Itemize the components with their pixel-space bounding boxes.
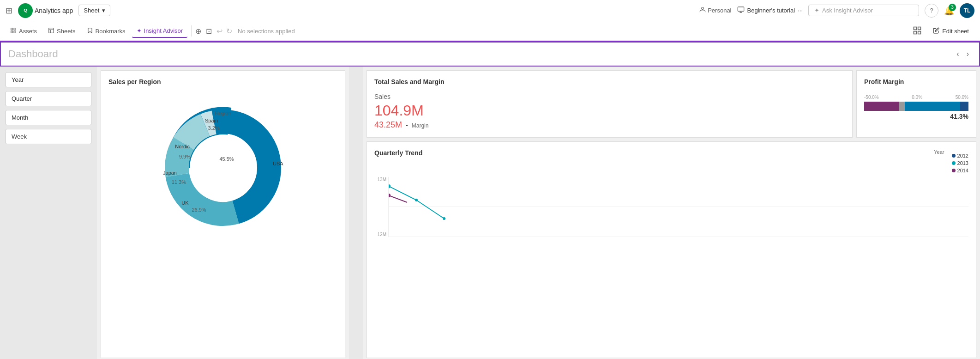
filter-quarter-label: Quarter bbox=[12, 95, 32, 102]
assets-button[interactable]: Assets bbox=[6, 24, 42, 38]
filter-year-label: Year bbox=[12, 76, 24, 83]
question-icon: ? bbox=[930, 7, 933, 14]
legend-dot-2014 bbox=[952, 169, 956, 172]
charts-area: Sales per Region bbox=[97, 67, 980, 359]
filter-month-label: Month bbox=[12, 114, 28, 121]
fit-icon[interactable]: ⊡ bbox=[206, 27, 212, 36]
qlik-logo: Q Analytics app bbox=[18, 3, 73, 18]
edit-icon bbox=[933, 27, 939, 35]
left-panel: Year Quarter Month Week bbox=[0, 67, 97, 359]
qt-title: Quarterly Trend bbox=[374, 149, 422, 170]
svg-rect-9 bbox=[914, 27, 917, 30]
app-name: Analytics app bbox=[35, 7, 73, 14]
toolbar-separator bbox=[191, 25, 192, 37]
qt-legend: 2012 2013 2014 bbox=[952, 153, 968, 173]
help-button[interactable]: ? bbox=[925, 4, 938, 18]
toolbar: Assets Sheets Bookmarks ✦ Insight Adviso… bbox=[0, 21, 980, 42]
y-top: 13M bbox=[374, 177, 386, 182]
zoom-icon[interactable]: ⊕ bbox=[195, 27, 201, 36]
tutorial-button[interactable]: Beginner's tutorial ··· bbox=[737, 6, 803, 15]
insight-advisor-button[interactable]: ✦ Insight Advisor bbox=[132, 24, 188, 38]
pm-percent: 41.3% bbox=[864, 113, 968, 120]
user-mode: Personal bbox=[699, 6, 731, 14]
pm-bar-small bbox=[960, 102, 968, 111]
grid-icon[interactable]: ⊞ bbox=[6, 6, 12, 16]
filter-year[interactable]: Year bbox=[6, 72, 91, 87]
insight-icon: ✦ bbox=[137, 27, 142, 34]
year-label: Year bbox=[934, 149, 944, 155]
total-sales-panel: Total Sales and Margin Sales 104.9M 43.2… bbox=[367, 70, 853, 138]
donut-chart: USA UK Japan Nordic Spain 45.5% 26.9% 11… bbox=[108, 89, 337, 246]
sheets-label: Sheets bbox=[57, 28, 75, 35]
edit-sheet-button[interactable]: Edit sheet bbox=[927, 24, 974, 38]
avatar[interactable]: TL bbox=[960, 3, 974, 18]
quarterly-trend-panel: Quarterly Trend Year 2012 2013 bbox=[367, 141, 976, 358]
bookmarks-label: Bookmarks bbox=[96, 28, 126, 35]
sheets-button[interactable]: Sheets bbox=[43, 24, 80, 38]
legend-2012: 2012 bbox=[952, 153, 968, 158]
margin-dash: - bbox=[406, 122, 408, 129]
more-dots[interactable]: ··· bbox=[798, 7, 803, 14]
sales-label: Sales bbox=[374, 93, 845, 100]
dashboard-header: Dashboard ‹ › bbox=[0, 42, 980, 67]
chart-separator bbox=[349, 67, 363, 359]
bookmarks-button[interactable]: Bookmarks bbox=[82, 24, 130, 38]
nav-next[interactable]: › bbox=[964, 49, 972, 59]
pm-bar-neutral bbox=[899, 102, 905, 111]
svg-rect-3 bbox=[738, 7, 744, 11]
pm-scale-left: -50.0% bbox=[864, 95, 879, 100]
svg-point-32 bbox=[415, 199, 418, 201]
sales-region-title: Sales per Region bbox=[108, 78, 337, 85]
pm-bar bbox=[864, 102, 968, 111]
sheet-selector[interactable]: Sheet ▾ bbox=[78, 5, 110, 16]
legend-label-2014: 2014 bbox=[957, 168, 968, 173]
insight-advisor-label: Insight Advisor bbox=[144, 27, 183, 34]
pm-scale-mid: 0.0% bbox=[912, 95, 922, 100]
main-content: Year Quarter Month Week Sales per Region bbox=[0, 67, 980, 359]
redo-icon: ↻ bbox=[226, 27, 232, 36]
filter-quarter[interactable]: Quarter bbox=[6, 91, 91, 106]
filter-week[interactable]: Week bbox=[6, 129, 91, 144]
sparkle-icon: ✦ bbox=[814, 7, 819, 14]
profit-margin-title: Profit Margin bbox=[864, 78, 968, 85]
svg-point-34 bbox=[389, 194, 391, 197]
monitor-icon bbox=[737, 6, 745, 15]
notification-button[interactable]: 🔔 3 bbox=[944, 6, 954, 16]
svg-point-18 bbox=[190, 134, 256, 201]
assets-label: Assets bbox=[19, 28, 37, 35]
legend-dot-2012 bbox=[952, 154, 956, 158]
tutorial-label: Beginner's tutorial bbox=[747, 7, 795, 14]
sheet-label: Sheet bbox=[84, 7, 99, 14]
svg-rect-5 bbox=[14, 28, 16, 30]
charts-row: Sales per Region bbox=[97, 67, 980, 359]
nav-prev[interactable]: ‹ bbox=[954, 49, 962, 59]
profit-margin-panel: Profit Margin -50.0% 0.0% 50.0% 41 bbox=[856, 70, 976, 138]
bookmark-icon bbox=[87, 27, 93, 35]
svg-point-33 bbox=[443, 217, 445, 220]
edit-sheet-label: Edit sheet bbox=[942, 28, 969, 35]
sales-region-chart: Sales per Region bbox=[101, 70, 345, 358]
insight-advisor-input[interactable]: ✦ Ask Insight Advisor bbox=[808, 5, 919, 16]
svg-rect-10 bbox=[918, 27, 921, 30]
qt-header: Quarterly Trend Year 2012 2013 bbox=[374, 149, 968, 173]
nav-arrows: ‹ › bbox=[954, 49, 972, 59]
svg-rect-4 bbox=[11, 28, 13, 30]
filter-month[interactable]: Month bbox=[6, 110, 91, 125]
user-mode-label: Personal bbox=[708, 7, 731, 14]
top-panels: Total Sales and Margin Sales 104.9M 43.2… bbox=[363, 67, 980, 140]
margin-inline: 43.25M - Margin bbox=[374, 120, 845, 130]
undo-icon: ↩ bbox=[216, 27, 222, 36]
svg-rect-12 bbox=[918, 31, 921, 34]
total-sales-title: Total Sales and Margin bbox=[374, 78, 845, 85]
sheets-icon bbox=[48, 27, 54, 35]
filter-week-label: Week bbox=[12, 133, 27, 140]
qlik-logo-circle: Q bbox=[18, 3, 33, 18]
grid-view-button[interactable] bbox=[909, 23, 926, 39]
svg-rect-11 bbox=[914, 31, 917, 34]
svg-rect-7 bbox=[14, 31, 16, 33]
insight-placeholder: Ask Insight Advisor bbox=[822, 7, 873, 14]
margin-label: Margin bbox=[412, 122, 429, 129]
legend-dot-2013 bbox=[952, 161, 956, 165]
user-icon bbox=[699, 6, 706, 14]
pm-bar-negative bbox=[864, 102, 899, 111]
